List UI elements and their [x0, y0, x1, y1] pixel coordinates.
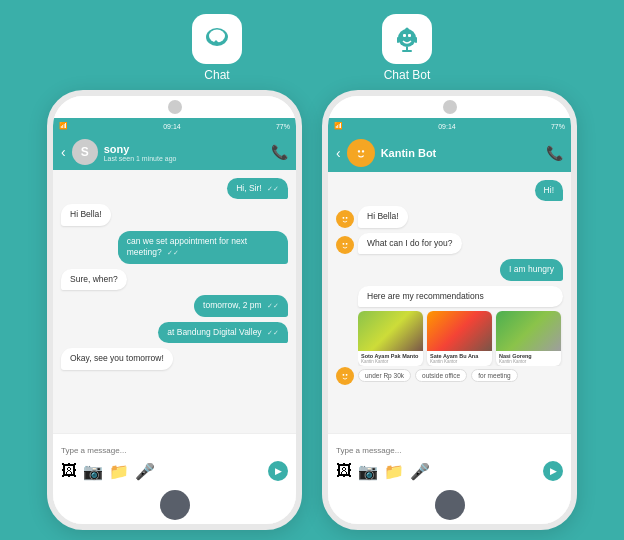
message-bubble-sent-1: Hi, Sir! ✓✓: [227, 178, 288, 199]
message-bubble-sent-6: at Bandung Digital Valley ✓✓: [158, 322, 288, 343]
bot-message-row-3: What can I do for you?: [336, 233, 563, 254]
bot-status-right: 77%: [551, 123, 565, 130]
phone-call-icon[interactable]: 📞: [271, 144, 288, 160]
phone-bot-screen: 📶 09:14 77% ‹ Kantin Bo: [328, 118, 571, 524]
back-arrow-icon[interactable]: ‹: [61, 144, 66, 160]
chat-contact-avatar: S: [72, 139, 98, 165]
bot-phone-call-icon[interactable]: 📞: [546, 145, 563, 161]
bot-file-attach-icon[interactable]: 📁: [384, 462, 404, 481]
bot-camera-icon[interactable]: 📷: [358, 462, 378, 481]
svg-point-21: [339, 370, 352, 383]
phone-bot-camera: [443, 100, 457, 114]
food-card-img-2: [427, 311, 492, 351]
svg-rect-16: [343, 217, 345, 219]
bot-inline-icon-5: [338, 369, 352, 383]
camera-icon[interactable]: 📷: [83, 462, 103, 481]
chat-home-button-wrapper: [53, 486, 296, 524]
svg-point-12: [353, 145, 369, 161]
chat-home-button[interactable]: [160, 490, 190, 520]
food-card-1[interactable]: Soto Ayam Pak Manto Kantin Kantor: [358, 311, 423, 366]
svg-rect-22: [343, 374, 345, 376]
bot-messages-area: Hi! Hi Bella!: [328, 172, 571, 433]
chip-under-30k[interactable]: under Rp 30k: [358, 369, 411, 382]
chat-header-info: sony Last seen 1 minute ago: [104, 143, 265, 162]
bot-image-attach-icon[interactable]: 🖼: [336, 462, 352, 481]
message-row-7: Okay, see you tomorrow!: [61, 348, 288, 369]
chat-status-time: 09:14: [163, 123, 181, 130]
food-card-canteen-2: Kantin Kantor: [430, 359, 489, 364]
chat-input-bar: 🖼 📷 📁 🎤 ▶: [53, 433, 296, 486]
svg-rect-14: [362, 150, 364, 152]
bot-message-row-5: Here are my recommendations Soto Ayam Pa…: [336, 286, 563, 385]
bot-recommendations-wrapper: Here are my recommendations Soto Ayam Pa…: [358, 286, 563, 385]
message-bubble-received-7: Okay, see you tomorrow!: [61, 348, 173, 369]
phone-chat-camera: [168, 100, 182, 114]
chat-input-icons: 🖼 📷 📁 🎤 ▶: [61, 461, 288, 481]
chat-send-button[interactable]: ▶: [268, 461, 288, 481]
message-text-5: tomorrow, 2 pm: [203, 300, 262, 310]
message-row-1: Hi, Sir! ✓✓: [61, 178, 288, 199]
food-card-img-1: [358, 311, 423, 351]
phone-chat-screen: 📶 09:14 77% ‹ S sony Last seen 1 minute …: [53, 118, 296, 524]
phone-chat-notch: [53, 96, 296, 118]
chat-header: ‹ S sony Last seen 1 minute ago 📞: [53, 134, 296, 170]
bot-home-button[interactable]: [435, 490, 465, 520]
chip-for-meeting[interactable]: for meeting: [471, 369, 518, 382]
file-attach-icon[interactable]: 📁: [109, 462, 129, 481]
chat-status-icons: 📶: [59, 122, 68, 130]
message-row-4: Sure, when?: [61, 269, 288, 290]
chatbot-app-icon[interactable]: [382, 14, 432, 64]
bot-bubble-received-5: Here are my recommendations: [358, 286, 563, 307]
bot-message-text-3: What can I do for you?: [367, 238, 453, 248]
chat-status-bar: 📶 09:14 77%: [53, 118, 296, 134]
message-row-5: tomorrow, 2 pm ✓✓: [61, 295, 288, 316]
message-bubble-sent-3: can we set appointment for next meeting?…: [118, 231, 288, 264]
food-card-info-1: Soto Ayam Pak Manto Kantin Kantor: [358, 351, 423, 366]
bot-home-button-wrapper: [328, 486, 571, 524]
bot-message-text-4: I am hungry: [509, 264, 554, 274]
bot-bubble-received-3: What can I do for you?: [358, 233, 462, 254]
bot-message-text-2: Hi Bella!: [367, 211, 399, 221]
bot-send-button[interactable]: ▶: [543, 461, 563, 481]
bot-status-icons: 📶: [334, 122, 343, 130]
bot-attachment-icons: 🖼 📷 📁 🎤: [336, 462, 430, 481]
bot-header-info: Kantin Bot: [381, 147, 540, 159]
bot-message-row-2: Hi Bella!: [336, 206, 563, 227]
food-card-3[interactable]: Nasi Goreng Kantin Kantor: [496, 311, 561, 366]
bot-inline-avatar-5: [336, 367, 354, 385]
chat-contact-status: Last seen 1 minute ago: [104, 155, 265, 162]
svg-rect-13: [358, 150, 360, 152]
bot-status-time: 09:14: [438, 123, 456, 130]
food-card-2[interactable]: Sate Ayam Bu Ana Kantin Kantor: [427, 311, 492, 366]
svg-rect-4: [403, 34, 406, 37]
message-tick-1: ✓✓: [267, 185, 279, 192]
bot-battery: 77%: [551, 123, 565, 130]
bot-inline-avatar-2: [336, 210, 354, 228]
chatbot-app-icon-wrapper: Chat Bot: [382, 14, 432, 82]
message-tick-3: ✓✓: [167, 249, 179, 256]
message-text-6: at Bandung Digital Valley: [167, 327, 261, 337]
chat-messages-area: Hi, Sir! ✓✓ Hi Bella! can we set appoint…: [53, 170, 296, 433]
message-bubble-received-4: Sure, when?: [61, 269, 127, 290]
bot-mic-icon[interactable]: 🎤: [410, 462, 430, 481]
chatbot-label: Chat Bot: [384, 68, 431, 82]
bot-back-arrow-icon[interactable]: ‹: [336, 145, 341, 161]
message-tick-5: ✓✓: [267, 302, 279, 309]
bot-avatar-icon: [352, 144, 370, 162]
chip-outside-office[interactable]: outside office: [415, 369, 467, 382]
chat-app-icon-wrapper: Chat: [192, 14, 242, 82]
food-cards-container: Soto Ayam Pak Manto Kantin Kantor Sate A…: [358, 311, 563, 366]
chat-contact-name: sony: [104, 143, 265, 155]
svg-rect-9: [402, 50, 412, 52]
filter-chips-container: under Rp 30k outside office for meeting: [358, 369, 563, 382]
bot-chat-header: ‹ Kantin Bot 📞: [328, 134, 571, 172]
svg-rect-5: [408, 34, 411, 37]
image-attach-icon[interactable]: 🖼: [61, 462, 77, 481]
chat-message-input[interactable]: [61, 444, 288, 457]
mic-icon[interactable]: 🎤: [135, 462, 155, 481]
bot-contact-name: Kantin Bot: [381, 147, 540, 159]
chat-app-icon[interactable]: [192, 14, 242, 64]
bot-message-input[interactable]: [336, 444, 563, 457]
svg-rect-23: [346, 374, 348, 376]
phones-section: 📶 09:14 77% ‹ S sony Last seen 1 minute …: [0, 90, 624, 540]
